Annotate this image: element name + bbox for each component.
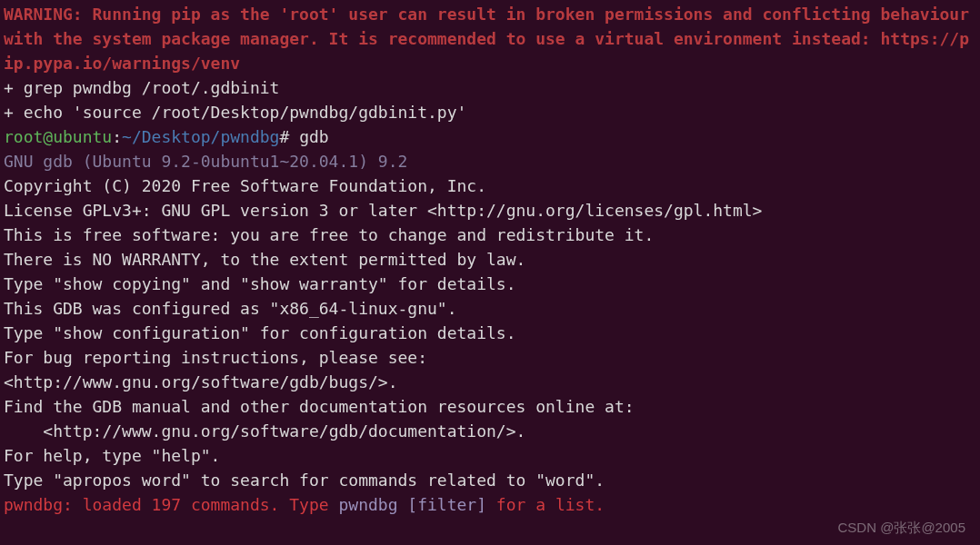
watermark: CSDN @张张@2005 (838, 518, 966, 539)
gdb-manual-1: Find the GDB manual and other documentat… (4, 394, 976, 419)
prompt-command: gdb (289, 127, 328, 146)
gdb-free-software-2: There is NO WARRANTY, to the extent perm… (4, 247, 976, 272)
gdb-show-configuration: Type "show configuration" for configurat… (4, 321, 976, 345)
gdb-help-2: Type "apropos word" to search for comman… (4, 468, 976, 492)
gdb-free-software-1: This is free software: you are free to c… (4, 223, 976, 247)
pwndbg-filter: pwndbg [filter] (338, 495, 486, 514)
gdb-bugreport-2: <http://www.gnu.org/software/gdb/bugs/>. (4, 370, 976, 394)
shell-line-echo: + echo 'source /root/Desktop/pwndbg/gdbi… (4, 100, 976, 124)
prompt-user-host: root@ubuntu (4, 127, 112, 146)
pwndbg-loaded-text: loaded 197 commands. Type (73, 495, 339, 514)
gdb-banner: GNU gdb (Ubuntu 9.2-0ubuntu1~20.04.1) 9.… (4, 149, 976, 173)
gdb-bugreport-1: For bug reporting instructions, please s… (4, 345, 976, 370)
gdb-copyright: Copyright (C) 2020 Free Software Foundat… (4, 173, 976, 198)
gdb-help-1: For help, type "help". (4, 443, 976, 468)
pwndbg-prefix: pwndbg: (4, 495, 73, 514)
shell-line-grep: + grep pwndbg /root/.gdbinit (4, 75, 976, 100)
prompt-separator: : (112, 127, 122, 146)
pip-warning: WARNING: Running pip as the 'root' user … (4, 2, 976, 75)
gdb-license: License GPLv3+: GNU GPL version 3 or lat… (4, 198, 976, 223)
prompt-hash: # (279, 127, 289, 146)
prompt-path: ~/Desktop/pwndbg (122, 127, 279, 146)
shell-prompt[interactable]: root@ubuntu:~/Desktop/pwndbg# gdb (4, 124, 976, 149)
gdb-configured: This GDB was configured as "x86_64-linux… (4, 296, 976, 321)
pwndbg-loaded: pwndbg: loaded 197 commands. Type pwndbg… (4, 492, 976, 517)
gdb-show-copying: Type "show copying" and "show warranty" … (4, 272, 976, 296)
pwndbg-suffix: for a list. (486, 495, 605, 514)
gdb-manual-2: <http://www.gnu.org/software/gdb/documen… (4, 419, 976, 443)
